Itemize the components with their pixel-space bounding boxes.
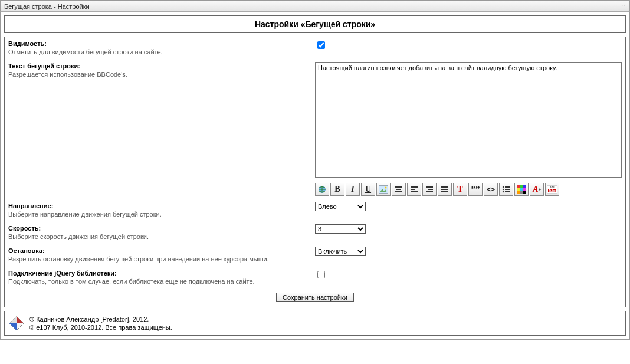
direction-desc: Выберите направление движения бегущей ст… xyxy=(8,210,308,218)
text-label: Текст бегущей строки: xyxy=(8,62,308,70)
svg-rect-26 xyxy=(520,188,523,191)
stop-desc: Разрешить остановку движения бегущей стр… xyxy=(8,255,308,263)
link-icon[interactable] xyxy=(315,183,329,196)
bold-icon[interactable]: B xyxy=(330,183,344,196)
list-icon[interactable] xyxy=(499,183,513,196)
visibility-checkbox[interactable] xyxy=(317,41,325,49)
text-textarea[interactable] xyxy=(315,62,622,178)
svg-text:Tube: Tube xyxy=(549,189,556,192)
image-icon[interactable] xyxy=(376,183,391,196)
svg-rect-23 xyxy=(520,185,523,188)
svg-rect-29 xyxy=(520,191,523,194)
window-title: Бегущая строка - Настройки xyxy=(4,1,90,11)
footer-line1: © Кадников Александр [Predator], 2012. xyxy=(29,315,172,323)
window-grip-icon: :: xyxy=(621,1,626,11)
font-icon[interactable]: A▸ xyxy=(530,183,544,196)
speed-label: Скорость: xyxy=(8,224,308,232)
svg-rect-30 xyxy=(523,191,526,194)
svg-rect-27 xyxy=(523,188,526,191)
align-justify-icon[interactable] xyxy=(438,183,452,196)
svg-rect-28 xyxy=(517,191,520,194)
svg-point-20 xyxy=(503,191,504,192)
text-style-icon[interactable]: T xyxy=(453,183,467,196)
svg-point-18 xyxy=(503,189,504,190)
underline-icon[interactable]: U xyxy=(361,183,375,196)
speed-select[interactable]: 3 xyxy=(315,224,366,234)
stop-select[interactable]: Включить xyxy=(315,247,366,256)
italic-icon[interactable]: I xyxy=(346,183,360,196)
align-center-icon[interactable] xyxy=(392,183,406,196)
code-icon[interactable]: <> xyxy=(484,183,498,196)
jquery-label: Подключение jQuery библиотеки: xyxy=(8,269,308,277)
visibility-label: Видимость: xyxy=(8,40,308,48)
svg-rect-25 xyxy=(517,188,520,191)
text-desc: Разрешается использование BBCode's. xyxy=(8,70,308,78)
direction-label: Направление: xyxy=(8,202,308,210)
svg-point-16 xyxy=(503,186,504,188)
svg-rect-24 xyxy=(523,185,526,188)
visibility-desc: Отметить для видимости бегущей строки на… xyxy=(8,48,308,56)
jquery-checkbox[interactable] xyxy=(317,271,325,278)
color-icon[interactable] xyxy=(514,183,529,196)
quote-icon[interactable]: ”” xyxy=(468,183,483,196)
footer-line2: © e107 Клуб, 2010-2012. Все права защище… xyxy=(29,323,172,332)
svg-rect-22 xyxy=(517,185,520,188)
page-title: Настройки «Бегущей строки» xyxy=(5,16,625,32)
svg-point-3 xyxy=(385,187,387,189)
direction-select[interactable]: Влево xyxy=(315,202,366,211)
align-right-icon[interactable] xyxy=(422,183,437,196)
stop-label: Остановка: xyxy=(8,247,308,255)
youtube-icon[interactable]: YouTube xyxy=(545,183,559,196)
bbcode-toolbar: B I U xyxy=(315,183,622,196)
align-left-icon[interactable] xyxy=(407,183,421,196)
window-titlebar: Бегущая строка - Настройки :: xyxy=(0,0,630,12)
speed-desc: Выберите скорость движения бегущей строк… xyxy=(8,232,308,241)
save-button[interactable]: Сохранить настройки xyxy=(276,293,354,302)
logo-icon xyxy=(8,315,25,332)
jquery-desc: Подключать, только в том случае, если би… xyxy=(8,277,308,286)
